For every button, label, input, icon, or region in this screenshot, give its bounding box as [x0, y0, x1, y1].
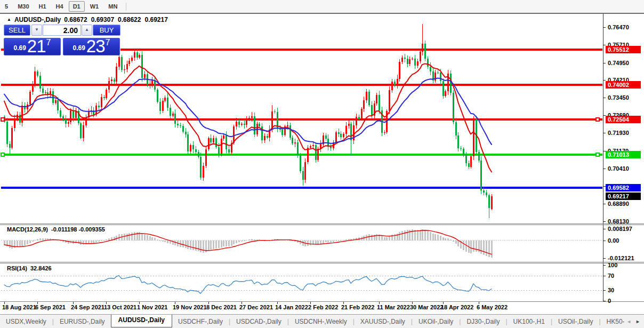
- macd-indicator-label: MACD(12,26,9) -0.011198 -0.009355: [7, 226, 105, 233]
- sell-price-pips: 21: [27, 39, 46, 54]
- chart-tab-eurusd[interactable]: EURUSD-,Daily: [54, 316, 111, 327]
- timeframe-button-d1[interactable]: D1: [69, 1, 85, 12]
- rsi-indicator-label: RSI(14) 32.8426: [7, 265, 52, 271]
- toolbar-divider: [0, 13, 644, 14]
- sell-price-display[interactable]: 0.69 21 7: [4, 38, 61, 55]
- ohlc-open: 0.68672: [64, 16, 87, 23]
- volume-increase-button[interactable]: ▲: [82, 25, 92, 36]
- chart-tab-uk100[interactable]: UK100-,H1: [508, 316, 551, 327]
- chart-tab-usdcnh[interactable]: USDCNH-,Weekly: [289, 316, 353, 327]
- collapse-triangle-icon[interactable]: ▲: [7, 17, 11, 22]
- tab-scroll-left-icon[interactable]: ◄: [626, 319, 631, 324]
- chart-tab-usdcad[interactable]: USDCAD-,Daily: [230, 316, 287, 327]
- timeframe-toolbar: 5M30H1H4D1W1MN: [0, 0, 644, 13]
- ohlc-low: 0.68622: [118, 16, 141, 23]
- chart-tab-audusd[interactable]: AUDUSD-,Daily: [111, 314, 172, 327]
- symbol-period-label: AUDUSD-,Daily: [14, 16, 61, 23]
- chart-tab-ukoil[interactable]: UKOil-,Daily: [413, 316, 459, 327]
- chart-tab-usdx[interactable]: USDX,Weekly: [0, 316, 52, 327]
- ohlc-close: 0.69217: [144, 16, 167, 23]
- toolbar-separator: [126, 3, 126, 11]
- chart-tab-xauusd[interactable]: XAUUSD-,Daily: [355, 316, 411, 327]
- mt4-window: { "toolbar": { "timeframes": ["5","M30",…: [0, 0, 644, 328]
- timeframe-button-5[interactable]: 5: [1, 1, 12, 12]
- macd-values: -0.011198 -0.009355: [51, 226, 105, 233]
- chart-tab-usoil[interactable]: USOil-,Daily: [552, 316, 599, 327]
- buy-price-display[interactable]: 0.69 23 7: [63, 38, 120, 55]
- buy-price-point: 7: [106, 38, 110, 47]
- chart-title: ▲ AUDUSD-,Daily 0.68672 0.69307 0.68622 …: [7, 16, 168, 23]
- timeframe-button-mn[interactable]: MN: [104, 1, 122, 12]
- macd-name: MACD(12,26,9): [7, 226, 48, 233]
- sell-price-point: 7: [46, 38, 51, 47]
- one-click-trade-panel: SELL ▼ ▲ BUY 0.69 21 7 0.69 23 7: [4, 25, 120, 55]
- buy-price-pips: 23: [86, 39, 105, 54]
- tab-scroll-arrows: ◄►: [624, 315, 642, 328]
- buy-button[interactable]: BUY: [93, 25, 120, 36]
- sell-price-prefix: 0.69: [14, 44, 26, 52]
- sell-button[interactable]: SELL: [4, 25, 30, 36]
- buy-price-prefix: 0.69: [73, 44, 85, 52]
- ohlc-high: 0.69307: [91, 16, 114, 23]
- volume-input[interactable]: [43, 25, 81, 36]
- rsi-value: 32.8426: [30, 265, 52, 271]
- chart-tab-usdchf[interactable]: USDCHF-,Daily: [172, 316, 229, 327]
- rsi-name: RSI(14): [7, 265, 27, 271]
- volume-decrease-button[interactable]: ▼: [31, 25, 42, 36]
- tab-scroll-right-icon[interactable]: ►: [635, 319, 640, 324]
- timeframe-button-h1[interactable]: H1: [35, 1, 51, 12]
- chart-tab-bar: USDX,Weekly|EURUSD-,DailyAUDUSD-,DailyUS…: [0, 314, 644, 328]
- timeframe-button-m30[interactable]: M30: [13, 1, 33, 12]
- timeframe-button-w1[interactable]: W1: [86, 1, 103, 12]
- timeframe-button-h4[interactable]: H4: [52, 1, 68, 12]
- chart-tab-dj30[interactable]: DJ30-,Daily: [461, 316, 505, 327]
